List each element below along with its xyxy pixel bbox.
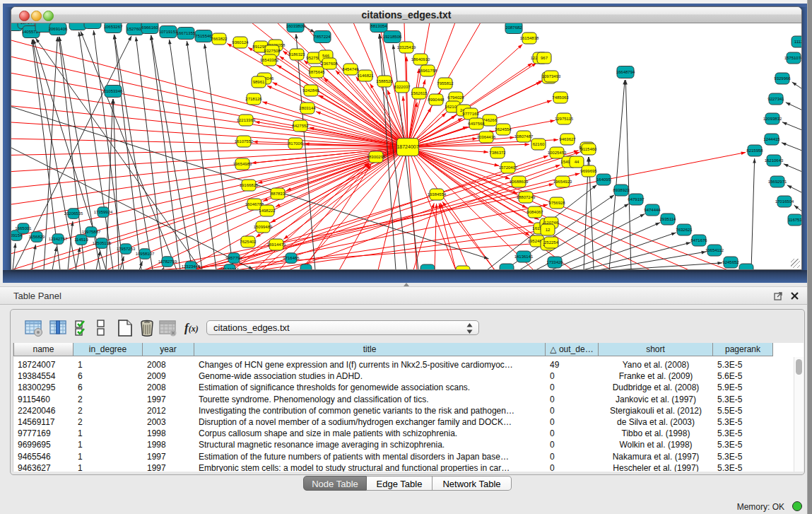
svg-text:9457791: 9457791 bbox=[225, 256, 242, 260]
svg-text:3624554: 3624554 bbox=[495, 127, 512, 132]
svg-text:1156829: 1156829 bbox=[29, 235, 46, 239]
svg-text:10973493: 10973493 bbox=[542, 74, 561, 78]
svg-text:20691406: 20691406 bbox=[49, 27, 68, 31]
svg-text:19166825: 19166825 bbox=[240, 183, 259, 187]
svg-text:6966160: 6966160 bbox=[141, 25, 158, 30]
svg-text:39154: 39154 bbox=[11, 233, 23, 238]
svg-text:16671355: 16671355 bbox=[177, 31, 196, 35]
svg-text:18807249: 18807249 bbox=[517, 195, 536, 199]
svg-text:62160: 62160 bbox=[533, 142, 545, 146]
svg-text:7485063: 7485063 bbox=[552, 95, 569, 100]
svg-text:1562615: 1562615 bbox=[411, 91, 428, 95]
svg-text:12323448: 12323448 bbox=[182, 264, 201, 269]
svg-text:2718126: 2718126 bbox=[245, 97, 262, 101]
svg-text:16782759: 16782759 bbox=[158, 259, 177, 264]
svg-text:1733426: 1733426 bbox=[546, 260, 563, 264]
svg-text:12: 12 bbox=[546, 228, 551, 232]
svg-text:8427552: 8427552 bbox=[292, 124, 309, 128]
svg-text:21053346: 21053346 bbox=[104, 89, 123, 93]
svg-text:8990448: 8990448 bbox=[428, 98, 445, 102]
svg-text:8454749: 8454749 bbox=[342, 67, 359, 71]
svg-text:7857224: 7857224 bbox=[314, 35, 331, 39]
svg-text:12342757: 12342757 bbox=[49, 237, 68, 241]
svg-text:10654112: 10654112 bbox=[705, 248, 724, 252]
svg-text:746266: 746266 bbox=[483, 118, 498, 122]
svg-text:98961: 98961 bbox=[253, 80, 265, 84]
svg-text:7515546: 7515546 bbox=[195, 34, 212, 38]
svg-text:8938923: 8938923 bbox=[613, 188, 630, 192]
svg-text:16210643: 16210643 bbox=[765, 158, 784, 163]
svg-text:17359924: 17359924 bbox=[94, 210, 113, 214]
svg-text:16914479: 16914479 bbox=[267, 243, 286, 247]
svg-text:15751074: 15751074 bbox=[784, 56, 802, 60]
svg-text:18300295: 18300295 bbox=[367, 155, 386, 159]
svg-text:3875645: 3875645 bbox=[308, 70, 325, 74]
svg-text:9227341: 9227341 bbox=[767, 97, 784, 101]
svg-text:7625402: 7625402 bbox=[240, 240, 257, 244]
svg-text:7386372: 7386372 bbox=[489, 151, 506, 155]
svg-text:20364436: 20364436 bbox=[477, 135, 496, 139]
svg-text:10653267: 10653267 bbox=[104, 25, 123, 29]
svg-text:16961758: 16961758 bbox=[418, 69, 437, 73]
svg-text:1588520: 1588520 bbox=[376, 79, 393, 83]
svg-text:17016504: 17016504 bbox=[775, 199, 794, 204]
svg-text:17957253: 17957253 bbox=[117, 247, 136, 251]
svg-text:164095: 164095 bbox=[596, 177, 611, 182]
svg-text:10719151: 10719151 bbox=[159, 30, 178, 34]
svg-text:9329966: 9329966 bbox=[774, 76, 791, 81]
svg-text:9084067: 9084067 bbox=[526, 210, 543, 214]
svg-text:1498222: 1498222 bbox=[259, 209, 276, 213]
svg-text:12505135: 12505135 bbox=[93, 241, 112, 245]
svg-text:6794028: 6794028 bbox=[447, 95, 464, 100]
svg-text:9756928: 9756928 bbox=[548, 201, 565, 205]
svg-text:8813054: 8813054 bbox=[370, 24, 387, 28]
svg-text:16107552: 16107552 bbox=[235, 139, 254, 144]
svg-text:20206535: 20206535 bbox=[64, 211, 83, 216]
svg-text:2935114: 2935114 bbox=[660, 217, 677, 221]
svg-text:9699695: 9699695 bbox=[580, 169, 597, 173]
svg-text:9115460: 9115460 bbox=[581, 147, 598, 151]
svg-text:9242848: 9242848 bbox=[302, 88, 319, 93]
svg-text:44: 44 bbox=[575, 160, 579, 164]
svg-text:9245652: 9245652 bbox=[722, 260, 739, 264]
svg-text:252254: 252254 bbox=[544, 240, 559, 245]
svg-text:10958107: 10958107 bbox=[136, 252, 155, 256]
svg-text:19654923: 19654923 bbox=[553, 180, 572, 184]
svg-text:10688609: 10688609 bbox=[510, 180, 529, 184]
svg-text:16154838: 16154838 bbox=[520, 36, 539, 40]
svg-text:18724007: 18724007 bbox=[396, 144, 418, 149]
svg-text:19218506: 19218506 bbox=[383, 35, 402, 39]
svg-text:114519: 114519 bbox=[74, 238, 88, 242]
svg-text:18640910: 18640910 bbox=[411, 57, 430, 62]
svg-text:6497568: 6497568 bbox=[468, 122, 485, 126]
svg-text:1665001: 1665001 bbox=[15, 226, 32, 230]
svg-text:7955812: 7955812 bbox=[437, 81, 454, 86]
svg-text:2087682: 2087682 bbox=[505, 25, 522, 30]
svg-text:14136141: 14136141 bbox=[514, 255, 534, 259]
svg-text:10025453: 10025453 bbox=[548, 151, 567, 155]
svg-text:12213369: 12213369 bbox=[237, 118, 256, 122]
svg-text:8215958: 8215958 bbox=[746, 148, 763, 153]
svg-text:16033809: 16033809 bbox=[286, 24, 305, 28]
svg-text:9474444: 9474444 bbox=[644, 208, 661, 212]
svg-text:10807487: 10807487 bbox=[514, 134, 534, 139]
svg-text:7663822: 7663822 bbox=[211, 37, 228, 41]
svg-text:11132344: 11132344 bbox=[220, 267, 239, 270]
svg-text:16543382: 16543382 bbox=[260, 58, 279, 62]
svg-text:2367608: 2367608 bbox=[321, 62, 338, 66]
svg-text:967: 967 bbox=[541, 56, 548, 60]
svg-text:116753: 116753 bbox=[788, 218, 802, 222]
svg-text:9327508: 9327508 bbox=[264, 49, 281, 53]
svg-text:8186323: 8186323 bbox=[288, 52, 305, 57]
svg-text:7632621: 7632621 bbox=[676, 228, 693, 232]
svg-text:19654983: 19654983 bbox=[233, 162, 252, 166]
svg-text:8322037: 8322037 bbox=[394, 85, 411, 89]
svg-text:15692971: 15692971 bbox=[768, 180, 787, 184]
svg-text:15720407: 15720407 bbox=[499, 165, 518, 170]
svg-text:16648794: 16648794 bbox=[616, 70, 635, 74]
svg-text:1112: 1112 bbox=[794, 40, 802, 44]
svg-text:12975115: 12975115 bbox=[555, 117, 574, 121]
svg-text:9777169: 9777169 bbox=[462, 112, 479, 116]
svg-text:1244415: 1244415 bbox=[763, 137, 780, 141]
svg-text:8471676: 8471676 bbox=[690, 238, 707, 243]
